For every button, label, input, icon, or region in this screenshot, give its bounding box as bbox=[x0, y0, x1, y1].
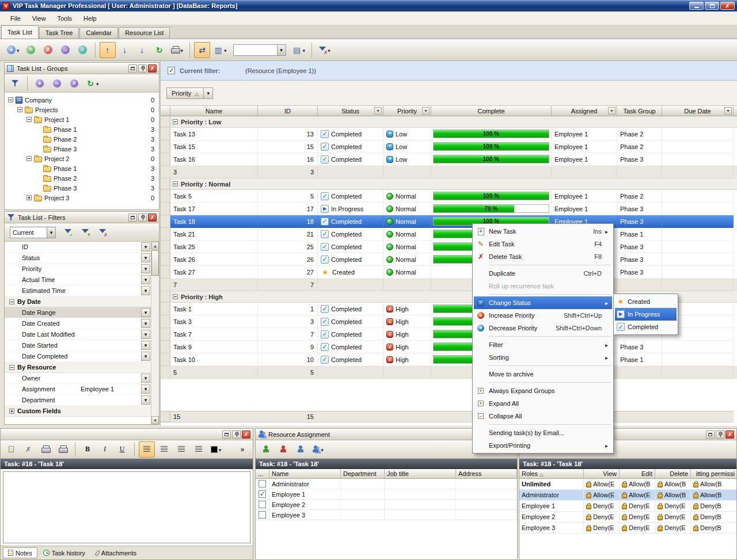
group-header-row[interactable]: Priority : Normal bbox=[161, 178, 737, 190]
column-header-name[interactable]: Name bbox=[170, 106, 258, 116]
resource-column-job-title[interactable]: Job title bbox=[385, 469, 456, 478]
tree-item-project-2[interactable]: Project 20 bbox=[5, 154, 159, 163]
filter-group-custom-fields[interactable]: Custom Fields bbox=[5, 406, 159, 417]
menu-item-sending-task-s-by-email[interactable]: Sending task(s) by Email... bbox=[474, 426, 612, 439]
menu-item-created[interactable]: Created bbox=[615, 295, 677, 308]
print-button[interactable] bbox=[169, 42, 186, 58]
maximize-button[interactable] bbox=[705, 2, 719, 10]
font-color-button[interactable] bbox=[208, 441, 224, 458]
expand-icon[interactable] bbox=[26, 195, 32, 200]
chevron-down-icon[interactable] bbox=[141, 384, 150, 394]
task-row[interactable]: Task 1515CompletedLow100 %Employee 1Phas… bbox=[161, 140, 737, 153]
chevron-down-icon[interactable] bbox=[141, 341, 150, 350]
chevron-down-icon[interactable] bbox=[181, 47, 184, 54]
collapse-icon[interactable] bbox=[9, 299, 14, 304]
filter-item-id[interactable]: ID bbox=[5, 242, 159, 253]
chevron-down-icon[interactable] bbox=[328, 47, 330, 54]
tab-attachments[interactable]: Attachments bbox=[91, 547, 142, 558]
panel-pin-button[interactable] bbox=[716, 431, 724, 439]
filter-group-by-resource[interactable]: By Resource bbox=[5, 362, 159, 373]
filter-item-date-created[interactable]: Date Created bbox=[5, 318, 159, 329]
panel-restore-button[interactable] bbox=[128, 214, 137, 222]
minimize-button[interactable] bbox=[689, 2, 704, 10]
task-row[interactable]: Task 2626CompletedNormal100 %Phase 3 bbox=[161, 253, 737, 266]
tree-item-project-1[interactable]: Project 10 bbox=[5, 115, 159, 124]
align-right-button[interactable] bbox=[173, 441, 189, 458]
chevron-down-icon[interactable] bbox=[141, 308, 150, 317]
tab-task-list[interactable]: Task List bbox=[1, 25, 39, 39]
resource-checkbox[interactable] bbox=[259, 511, 266, 519]
filter-preset-combo[interactable]: Current bbox=[10, 227, 56, 238]
menu-item-always-expand-groups[interactable]: Always Expand Groups bbox=[474, 384, 612, 397]
task-row[interactable]: Task 55CompletedNormal100 %Employee 1Pha… bbox=[161, 190, 737, 203]
column-header-task-group[interactable]: Task Group bbox=[617, 106, 662, 116]
filter-item-date-range[interactable]: Date Range bbox=[5, 307, 159, 318]
clear-filter-button[interactable] bbox=[316, 42, 333, 58]
resource-checkbox[interactable] bbox=[259, 490, 266, 498]
panel-restore-button[interactable] bbox=[128, 64, 137, 73]
menu-item-duplicate[interactable]: DuplicateCtrl+D bbox=[474, 267, 612, 280]
bold-button[interactable]: B bbox=[79, 441, 96, 458]
resource-row[interactable]: Employee 2 bbox=[256, 500, 517, 510]
groups-collapse-button[interactable] bbox=[49, 75, 65, 92]
filter-item-priority[interactable]: Priority bbox=[5, 264, 159, 275]
resource-checkbox[interactable] bbox=[259, 501, 266, 508]
task-row[interactable]: Task 1616CompletedLow100 %Employee 1Phas… bbox=[161, 153, 737, 166]
view-preset-combo[interactable] bbox=[233, 44, 286, 56]
chevron-down-icon[interactable] bbox=[141, 352, 150, 361]
resource-column-check[interactable]: ... bbox=[256, 469, 269, 478]
tree-item-project-3[interactable]: Project 30 bbox=[5, 193, 159, 203]
menu-view[interactable]: View bbox=[26, 13, 52, 24]
notes-editor[interactable] bbox=[3, 471, 250, 543]
collapse-icon[interactable] bbox=[173, 119, 178, 124]
groups-expand-button[interactable] bbox=[32, 75, 48, 92]
chevron-down-icon[interactable] bbox=[17, 47, 20, 54]
expand-icon[interactable] bbox=[9, 409, 14, 414]
tab-notes[interactable]: Notes bbox=[3, 547, 37, 558]
filter-dropdown-icon[interactable] bbox=[374, 107, 382, 115]
collapse-icon[interactable] bbox=[26, 156, 32, 161]
filter-dropdown-icon[interactable] bbox=[608, 107, 616, 115]
column-header-id[interactable]: ID bbox=[258, 106, 318, 116]
menu-item-in-progress[interactable]: In Progress bbox=[615, 308, 677, 321]
tab-resource-list[interactable]: Resource List bbox=[119, 27, 170, 39]
collapse-icon[interactable] bbox=[8, 97, 13, 102]
field-chooser-button[interactable] bbox=[290, 42, 308, 58]
tab-task-tree[interactable]: Task Tree bbox=[39, 27, 79, 39]
task-row[interactable]: Task 1313CompletedLow100 %Employee 1Phas… bbox=[161, 128, 737, 140]
print-preview-button[interactable] bbox=[55, 441, 71, 458]
task-row[interactable]: Task 2525CompletedNormal100 %Phase 3 bbox=[161, 241, 737, 253]
columns-button[interactable] bbox=[211, 42, 229, 58]
filters-scrollbar[interactable] bbox=[151, 242, 159, 424]
permissions-column-edit[interactable]: Edit bbox=[620, 469, 655, 478]
chevron-down-icon[interactable] bbox=[141, 319, 150, 328]
filter-add-button[interactable] bbox=[77, 224, 93, 241]
filter-dropdown-icon[interactable] bbox=[724, 107, 732, 115]
permission-row[interactable]: Employee 2Deny(EDeny(EDeny(EDeny(B bbox=[519, 512, 736, 523]
groups-filter-button[interactable] bbox=[7, 75, 23, 92]
row-indicator-header[interactable] bbox=[161, 106, 170, 116]
permission-row[interactable]: Employee 1Deny(EDeny(EDeny(EDeny(B bbox=[519, 501, 736, 512]
tree-item-phase-2[interactable]: Phase 23 bbox=[5, 134, 159, 144]
chevron-down-icon[interactable] bbox=[141, 330, 150, 339]
task-row[interactable]: Task 1818CompletedNormal100 %Employee 1P… bbox=[161, 215, 737, 228]
menu-item-increase-priority[interactable]: Increase PriorityShift+Ctrl+Up bbox=[474, 309, 612, 322]
assign-resource-button[interactable] bbox=[58, 42, 74, 58]
panel-close-button[interactable] bbox=[242, 431, 250, 439]
print-note-button[interactable] bbox=[37, 441, 54, 458]
menu-item-filter[interactable]: Filter bbox=[474, 338, 612, 351]
underline-button[interactable]: U bbox=[114, 441, 130, 458]
menu-item-new-task[interactable]: New TaskIns bbox=[474, 225, 612, 238]
filter-item-status[interactable]: Status bbox=[5, 253, 159, 264]
delete-note-button[interactable] bbox=[20, 441, 36, 458]
tab-calendar[interactable]: Calendar bbox=[79, 27, 118, 39]
column-header-priority[interactable]: Priority bbox=[383, 106, 431, 116]
toggle-panels-button[interactable] bbox=[194, 42, 210, 58]
chevron-down-icon[interactable] bbox=[141, 242, 150, 252]
task-row[interactable]: Task 99CompletedHigh100 %Phase 3 bbox=[161, 341, 737, 353]
chevron-down-icon[interactable] bbox=[141, 395, 150, 405]
chevron-down-icon[interactable] bbox=[47, 227, 55, 238]
task-row[interactable]: Task 2727CreatedNormalPhase 3 bbox=[161, 266, 737, 279]
close-button[interactable] bbox=[720, 2, 735, 10]
filter-item-date-completed[interactable]: Date Completed bbox=[5, 351, 159, 362]
